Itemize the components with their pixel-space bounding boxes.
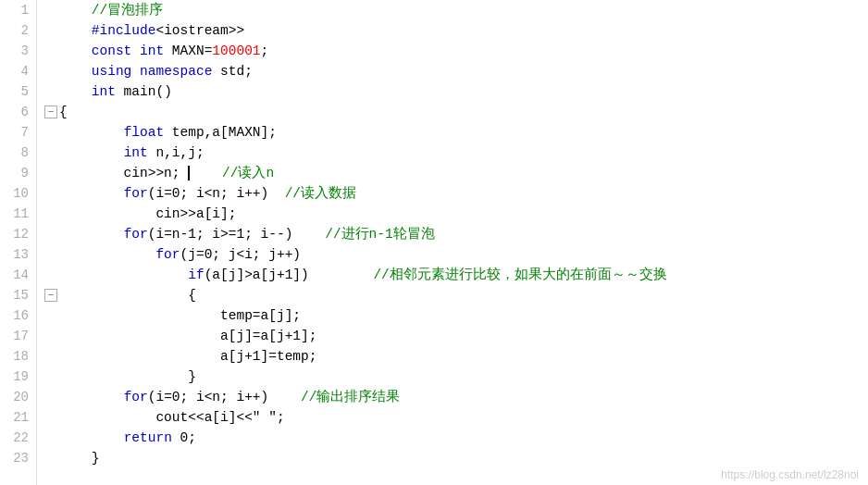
code-line: const int MAXN=100001; [44, 41, 868, 61]
code-token: 100001 [212, 41, 260, 61]
line-number: 11 [7, 204, 29, 224]
code-line: } [44, 448, 868, 468]
code-token: } [59, 367, 196, 387]
code-token: for [124, 387, 148, 407]
line-number: 6 [7, 102, 29, 122]
code-token: ; [261, 41, 269, 61]
code-token: } [59, 448, 100, 468]
code-token: MAXN= [164, 41, 212, 61]
code-token: for [155, 244, 180, 265]
code-token: a[j+1]=temp; [59, 346, 316, 367]
code-line: for(i=0; i<n; i++) //读入数据 [44, 183, 868, 204]
code-line: cout<<a[i]<<" "; [44, 407, 868, 428]
code-token: main() [116, 81, 172, 102]
line-number: 15 [7, 285, 29, 305]
code-token: cin>>n; [59, 163, 188, 183]
code-token: int [124, 143, 148, 163]
line-number: 12 [7, 224, 29, 244]
code-token [59, 224, 124, 244]
code-token: for [124, 183, 148, 204]
line-number: 10 [7, 183, 29, 204]
code-token [59, 387, 124, 407]
code-token: for [124, 224, 148, 244]
code-token [59, 0, 92, 20]
code-token: //读入数据 [268, 183, 356, 204]
code-token [59, 61, 92, 81]
code-token: temp=a[j]; [59, 305, 301, 326]
code-line: for(i=0; i<n; i++) //输出排序结果 [44, 387, 868, 407]
code-token: temp,a[MAXN]; [164, 122, 277, 143]
watermark: https://blog.csdn.net/lz28noi [721, 468, 859, 481]
code-token: //进行n-1轮冒泡 [292, 224, 434, 244]
line-number: 21 [7, 407, 29, 428]
code-line: for(i=n-1; i>=1; i--) //进行n-1轮冒泡 [44, 224, 868, 244]
code-line: temp=a[j]; [44, 305, 868, 326]
code-line: if(a[j]>a[j+1]) //相邻元素进行比较，如果大的在前面～～交换 [44, 265, 868, 285]
code-token: std [220, 61, 244, 81]
code-token: a[j]=a[j+1]; [59, 326, 316, 346]
line-number: 4 [7, 61, 29, 81]
code-token: n,i,j; [148, 143, 205, 163]
code-token: using [92, 61, 132, 81]
line-number: 9 [7, 163, 29, 183]
code-line: a[j+1]=temp; [44, 346, 868, 367]
code-token: (i=0; i<n; i++) [148, 183, 269, 204]
code-token: (j=0; j<i; j++) [180, 244, 302, 265]
code-line: //冒泡排序 [44, 0, 868, 20]
code-token: if [188, 265, 204, 285]
fold-icon[interactable]: − [44, 289, 57, 302]
code-token [59, 41, 92, 61]
line-number: 2 [7, 20, 29, 41]
code-line: −{ [44, 102, 868, 122]
code-token [190, 163, 222, 183]
code-token [59, 20, 92, 41]
code-token [131, 41, 140, 61]
code-token: cin>>a[i]; [59, 204, 236, 224]
code-token [131, 61, 140, 81]
code-line: cin>>n; //读入n [44, 163, 868, 183]
code-token [59, 265, 188, 285]
code-token: #include [92, 20, 156, 41]
line-number: 7 [7, 122, 29, 143]
code-line: } [44, 367, 868, 387]
line-number: 5 [7, 81, 29, 102]
code-token: ; [244, 61, 253, 81]
code-token: { [59, 102, 68, 122]
code-token [59, 244, 155, 265]
code-token: { [59, 285, 196, 305]
code-line: return 0; [44, 428, 868, 448]
code-token: return [124, 428, 172, 448]
line-number: 16 [7, 305, 29, 326]
code-token [59, 81, 92, 102]
code-token: namespace [140, 61, 212, 81]
code-token: //输出排序结果 [268, 387, 400, 407]
code-line: for(j=0; j<i; j++) [44, 244, 868, 265]
line-number: 22 [7, 428, 29, 448]
code-token [59, 122, 124, 143]
code-token: 0; [172, 428, 196, 448]
fold-icon[interactable]: − [44, 106, 57, 118]
code-token: const [92, 41, 132, 61]
code-token: int [140, 41, 164, 61]
code-line: cin>>a[i]; [44, 204, 868, 224]
line-number: 1 [7, 0, 29, 20]
code-token: //相邻元素进行比较，如果大的在前面 [309, 265, 612, 285]
code-token: float [124, 122, 165, 143]
code-token [212, 61, 220, 81]
line-number: 14 [7, 265, 29, 285]
line-number: 8 [7, 143, 29, 163]
code-content-area[interactable]: //冒泡排序 #include<iostream>> const int MAX… [37, 0, 868, 485]
line-number: 18 [7, 346, 29, 367]
code-token: //冒泡排序 [92, 0, 163, 20]
line-number: 3 [7, 41, 29, 61]
code-line: a[j]=a[j+1]; [44, 326, 868, 346]
code-editor: 1234567891011121314151617181920212223 //… [0, 0, 868, 485]
line-number: 23 [7, 448, 29, 468]
code-token: ～～交换 [612, 265, 667, 285]
line-numbers-panel: 1234567891011121314151617181920212223 [0, 0, 37, 485]
code-token [59, 428, 124, 448]
code-token: (a[j]>a[j+1]) [205, 265, 309, 285]
code-line: int main() [44, 81, 868, 102]
code-token [59, 143, 124, 163]
line-number: 19 [7, 367, 29, 387]
